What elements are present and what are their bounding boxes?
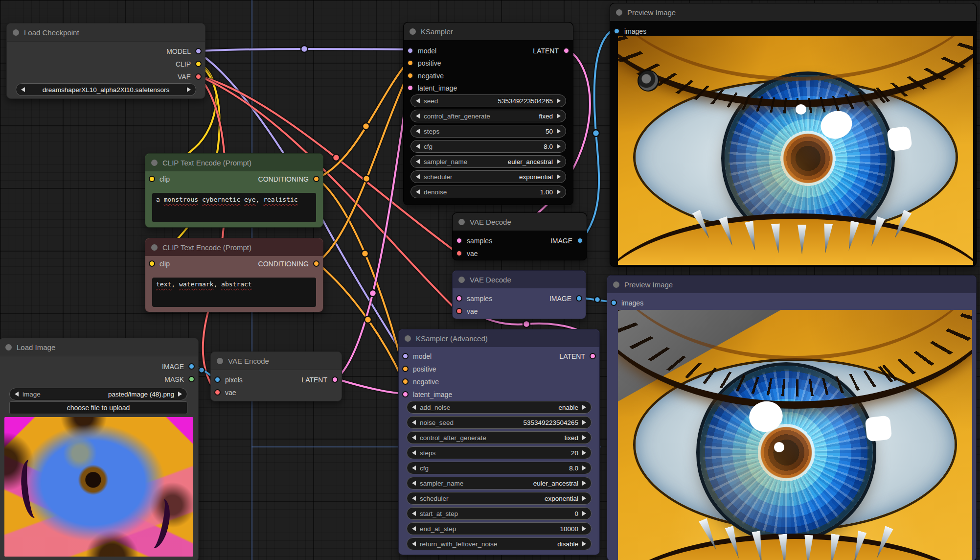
choose-file-button[interactable]: choose file to upload [9,401,187,414]
collapse-dot-icon[interactable] [410,28,416,35]
widget-sampler-name[interactable]: sampler_nameeuler_ancestral [407,477,592,490]
widget-steps[interactable]: steps50 [410,125,566,138]
prompt-textarea[interactable]: a monstrous cybernetic eye, realistic [152,193,316,222]
increase-arrow-icon[interactable] [582,496,586,501]
widget-sampler-name[interactable]: sampler_nameeuler_ancestral [410,155,566,168]
node-preview-image-2[interactable]: Preview Image images [607,275,977,560]
decrease-arrow-icon[interactable] [412,450,416,455]
increase-arrow-icon[interactable] [582,541,586,546]
input-socket-latent-image[interactable] [402,391,409,397]
reroute-dot[interactable] [362,250,368,257]
reroute-dot[interactable] [593,130,599,137]
widget-denoise[interactable]: denoise1.00 [410,186,566,198]
node-titlebar[interactable]: Load Checkpoint [7,23,205,42]
widget-add-noise[interactable]: add_noiseenable [407,401,592,414]
node-titlebar[interactable]: CLIP Text Encode (Prompt) [145,154,323,171]
node-titlebar[interactable]: Load Image [0,338,198,356]
output-socket-conditioning[interactable] [313,176,319,182]
widget-control-after-generate[interactable]: control_after_generatefixed [410,110,566,122]
increase-arrow-icon[interactable] [557,98,561,103]
collapse-dot-icon[interactable] [458,277,465,283]
widget-cfg[interactable]: cfg8.0 [407,462,592,474]
input-socket-positive[interactable] [407,60,413,66]
output-socket-latent[interactable] [563,47,570,54]
node-titlebar[interactable]: KSampler (Advanced) [399,329,599,347]
node-titlebar[interactable]: Preview Image [610,3,976,21]
collapse-dot-icon[interactable] [613,281,619,288]
input-socket-negative[interactable] [402,378,409,385]
increase-arrow-icon[interactable] [557,129,561,134]
collapse-dot-icon[interactable] [616,9,622,16]
collapse-dot-icon[interactable] [217,358,223,364]
decrease-arrow-icon[interactable] [412,466,416,470]
output-socket-model[interactable] [195,48,202,54]
output-socket-conditioning[interactable] [313,260,319,267]
output-socket-clip[interactable] [195,61,202,67]
next-arrow-icon[interactable] [187,87,191,92]
decrease-arrow-icon[interactable] [412,526,416,531]
node-titlebar[interactable]: Preview Image [607,276,976,293]
reroute-dot[interactable] [369,290,376,297]
prompt-textarea[interactable]: text, watermark, abstract [152,278,316,307]
reroute-dot[interactable] [333,154,340,161]
decrease-arrow-icon[interactable] [416,159,420,164]
reroute-dot[interactable] [594,297,600,303]
node-load-checkpoint[interactable]: Load Checkpoint MODEL CLIP VAE dreamshap… [6,23,205,99]
collapse-dot-icon[interactable] [151,244,158,251]
widget-ckpt-name[interactable]: dreamshaperXL10_alpha2Xl10.safetensors [16,83,196,96]
input-socket-model[interactable] [407,47,413,54]
node-load-image[interactable]: Load Image IMAGE MASK image pasted/image… [0,338,199,560]
widget-scheduler[interactable]: schedulerexponential [410,170,566,183]
collapse-dot-icon[interactable] [13,29,19,36]
reroute-dot[interactable] [199,367,205,373]
node-clip-text-encode-positive[interactable]: CLIP Text Encode (Prompt) clip CONDITION… [145,153,323,228]
increase-arrow-icon[interactable] [557,159,561,164]
node-ksampler[interactable]: KSampler model LATENT positive negative … [403,22,573,205]
increase-arrow-icon[interactable] [557,174,561,179]
widget-end-at-step[interactable]: end_at_step10000 [407,522,592,535]
increase-arrow-icon[interactable] [557,144,561,149]
node-titlebar[interactable]: KSampler [404,23,573,40]
increase-arrow-icon[interactable] [582,405,586,410]
increase-arrow-icon[interactable] [582,450,586,455]
increase-arrow-icon[interactable] [557,114,561,118]
input-socket-samples[interactable] [456,295,462,302]
reroute-dot[interactable] [365,316,371,323]
widget-seed[interactable]: seed535349223504265 [410,94,566,107]
node-clip-text-encode-negative[interactable]: CLIP Text Encode (Prompt) clip CONDITION… [145,238,323,312]
input-socket-samples[interactable] [456,237,462,244]
collapse-dot-icon[interactable] [151,160,158,166]
decrease-arrow-icon[interactable] [412,420,416,425]
input-socket-pixels[interactable] [214,376,221,383]
reroute-dot[interactable] [363,123,369,130]
increase-arrow-icon[interactable] [582,466,586,470]
output-socket-latent[interactable] [590,353,596,359]
output-socket-vae[interactable] [195,73,202,80]
decrease-arrow-icon[interactable] [412,511,416,516]
output-socket-mask[interactable] [188,376,195,382]
widget-cfg[interactable]: cfg8.0 [410,140,566,153]
widget-control-after-generate[interactable]: control_after_generatefixed [407,431,592,444]
widget-return-with-leftover-noise[interactable]: return_with_leftover_noisedisable [407,537,592,550]
node-titlebar[interactable]: CLIP Text Encode (Prompt) [145,238,323,256]
input-socket-clip[interactable] [149,176,155,182]
collapse-dot-icon[interactable] [405,335,411,342]
input-socket-images[interactable] [611,300,617,306]
widget-scheduler[interactable]: schedulerexponential [407,492,592,505]
input-socket-negative[interactable] [407,72,413,79]
decrease-arrow-icon[interactable] [416,114,420,118]
decrease-arrow-icon[interactable] [412,496,416,501]
output-socket-image[interactable] [188,363,195,370]
increase-arrow-icon[interactable] [582,420,586,425]
prev-arrow-icon[interactable] [15,392,19,397]
widget-steps[interactable]: steps20 [407,446,592,459]
input-socket-positive[interactable] [402,366,409,372]
decrease-arrow-icon[interactable] [412,541,416,546]
output-socket-image[interactable] [576,295,582,302]
input-socket-clip[interactable] [149,260,155,267]
comfyui-canvas[interactable]: Load Checkpoint MODEL CLIP VAE dreamshap… [0,0,980,560]
node-vae-encode[interactable]: VAE Encode pixels LATENT vae [210,351,342,401]
input-socket-images[interactable] [614,28,620,34]
decrease-arrow-icon[interactable] [412,405,416,410]
node-ksampler-advanced[interactable]: KSampler (Advanced) model LATENT positiv… [398,329,600,555]
